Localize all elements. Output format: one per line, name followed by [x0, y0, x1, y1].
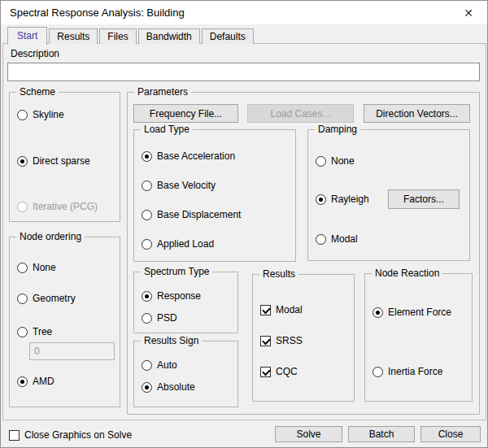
- checkbox-indicator: [260, 305, 271, 315]
- tab-bandwidth[interactable]: Bandwidth: [138, 28, 200, 44]
- radio-skyline[interactable]: Skyline: [17, 107, 64, 122]
- radio-label: Applied Load: [157, 238, 214, 250]
- checkbox-label: SRSS: [276, 335, 303, 346]
- radio-rayleigh[interactable]: Rayleigh: [316, 192, 369, 207]
- node-reaction-group-label: Node Reaction: [372, 267, 442, 279]
- radio-indicator: [142, 291, 152, 302]
- radio-indicator: [17, 156, 28, 167]
- damping-group-label: Damping: [315, 124, 360, 135]
- radio-base-velocity[interactable]: Base Velocity: [142, 178, 216, 193]
- checkbox-cqc[interactable]: CQC: [260, 364, 298, 379]
- radio-geometry[interactable]: Geometry: [17, 291, 76, 306]
- radio-indicator: [373, 307, 383, 318]
- batch-button[interactable]: Batch: [348, 426, 415, 442]
- radio-base-displacement[interactable]: Base Displacement: [142, 207, 241, 222]
- radio-response[interactable]: Response: [142, 289, 201, 303]
- checkbox-indicator: [260, 367, 271, 377]
- radio-indicator: [142, 210, 152, 220]
- radio-applied-load[interactable]: Applied Load: [142, 237, 214, 251]
- description-input[interactable]: [7, 63, 480, 81]
- radio-indicator: [17, 202, 28, 212]
- tab-defaults[interactable]: Defaults: [202, 28, 254, 44]
- spectrum-type-group-label: Spectrum Type: [141, 266, 212, 277]
- radio-indicator: [142, 360, 152, 371]
- radio-damping-none[interactable]: None: [316, 154, 355, 168]
- radio-label: Base Acceleration: [157, 150, 235, 162]
- checkbox-label: CQC: [276, 366, 298, 377]
- radio-indicator: [17, 327, 28, 337]
- checkbox-indicator: [260, 336, 271, 346]
- radio-node-ordering-none[interactable]: None: [17, 260, 56, 275]
- radio-label: Iterative (PCG): [33, 201, 98, 212]
- radio-indicator: [17, 110, 28, 120]
- checkbox-modal[interactable]: Modal: [260, 302, 303, 317]
- radio-direct-sparse[interactable]: Direct sparse: [17, 154, 90, 168]
- direction-vectors-button[interactable]: Direction Vectors...: [364, 104, 470, 123]
- radio-indicator: [17, 263, 28, 273]
- radio-indicator: [316, 194, 326, 205]
- load-type-group-label: Load Type: [141, 124, 193, 135]
- radio-label: Modal: [331, 233, 358, 245]
- tab-files[interactable]: Files: [99, 28, 136, 44]
- tab-strip: Start Results Files Bandwidth Defaults: [7, 26, 255, 44]
- radio-label: PSD: [157, 312, 177, 324]
- dialog-spectral-response-analysis: Spectral Response Analysis: Building ✕ S…: [0, 0, 488, 448]
- radio-label: Geometry: [33, 293, 76, 304]
- results-sign-group: Results Sign: [133, 341, 238, 407]
- radio-label: None: [331, 155, 355, 167]
- radio-tree[interactable]: Tree: [17, 324, 52, 339]
- checkbox-label: Modal: [276, 304, 303, 315]
- radio-label: Element Force: [388, 307, 451, 318]
- radio-indicator: [373, 367, 383, 377]
- checkbox-indicator: [9, 430, 20, 441]
- checkbox-srss[interactable]: SRSS: [260, 333, 303, 348]
- scheme-group-label: Scheme: [16, 86, 59, 98]
- radio-label: Base Velocity: [157, 180, 216, 191]
- checkbox-close-graphics-on-solve[interactable]: Close Graphics on Solve: [9, 428, 132, 442]
- results-group-label: Results: [259, 268, 298, 280]
- solve-button[interactable]: Solve: [275, 426, 342, 442]
- close-button[interactable]: Close: [420, 426, 481, 442]
- radio-inertia-force[interactable]: Inertia Force: [373, 364, 442, 379]
- radio-indicator: [142, 313, 152, 324]
- radio-iterative-pcg: Iterative (PCG): [17, 199, 98, 214]
- radio-label: Base Displacement: [157, 209, 241, 220]
- radio-indicator: [142, 181, 152, 191]
- factors-button[interactable]: Factors...: [388, 189, 460, 209]
- radio-base-acceleration[interactable]: Base Acceleration: [142, 149, 235, 163]
- node-ordering-group-label: Node ordering: [16, 231, 85, 242]
- radio-absolute[interactable]: Absolute: [142, 380, 195, 394]
- checkbox-label: Close Graphics on Solve: [24, 429, 132, 441]
- radio-element-force[interactable]: Element Force: [373, 305, 451, 320]
- close-icon[interactable]: ✕: [451, 2, 486, 24]
- radio-psd[interactable]: PSD: [142, 311, 177, 325]
- radio-indicator: [316, 234, 326, 245]
- radio-indicator: [142, 382, 152, 393]
- frequency-file-button[interactable]: Frequency File...: [133, 104, 238, 123]
- radio-label: Skyline: [33, 109, 64, 120]
- radio-amd[interactable]: AMD: [17, 374, 54, 389]
- titlebar: Spectral Response Analysis: Building ✕: [1, 1, 487, 24]
- description-label: Description: [11, 48, 59, 59]
- radio-indicator: [17, 376, 28, 387]
- tab-results[interactable]: Results: [49, 28, 98, 44]
- tab-start[interactable]: Start: [7, 27, 47, 45]
- parameters-group-label: Parameters: [134, 86, 191, 98]
- radio-label: None: [33, 262, 56, 273]
- radio-indicator: [316, 156, 326, 167]
- load-cases-button: Load Cases...: [247, 104, 354, 123]
- radio-label: AMD: [33, 376, 54, 387]
- radio-auto[interactable]: Auto: [142, 358, 177, 372]
- radio-indicator: [142, 239, 152, 250]
- radio-label: Rayleigh: [331, 194, 369, 205]
- radio-indicator: [142, 151, 152, 162]
- radio-indicator: [17, 294, 28, 304]
- results-sign-group-label: Results Sign: [141, 335, 202, 346]
- radio-label: Direct sparse: [33, 155, 90, 167]
- dialog-title: Spectral Response Analysis: Building: [10, 7, 185, 19]
- radio-label: Inertia Force: [388, 366, 442, 377]
- node-reaction-group: Node Reaction: [364, 273, 473, 402]
- radio-label: Response: [157, 290, 201, 302]
- radio-damping-modal[interactable]: Modal: [316, 232, 358, 246]
- radio-label: Absolute: [157, 381, 195, 393]
